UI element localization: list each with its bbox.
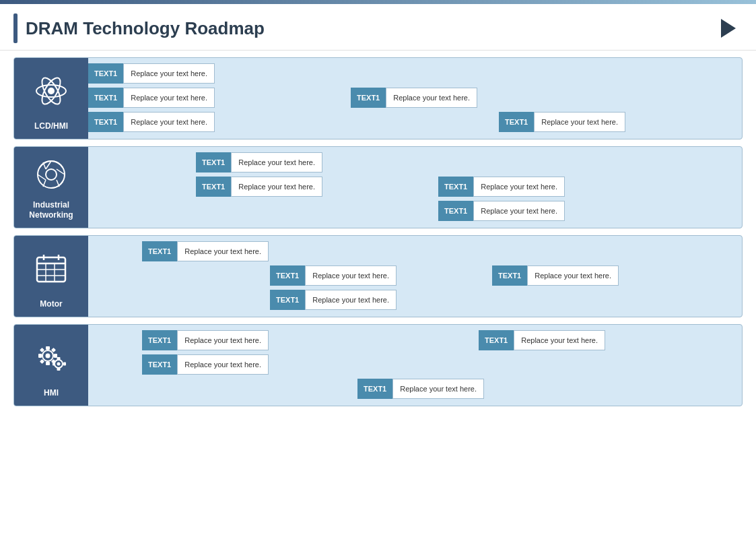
aperture-icon-area [34,154,69,196]
lcd-text-4[interactable]: Replace your text here. [386,88,477,108]
ind-item-1: TEXT1 Replace your text here. [196,152,322,172]
header: DRAM Technology Roadmap [0,4,756,51]
lcd-item-3: TEXT1 Replace your text here. [88,112,215,132]
row-lcd-hmi: LCD/HMI TEXT1 Replace your text here. TE… [13,57,743,139]
mot-tag-3: TEXT1 [270,290,305,310]
lcd-tag-1: TEXT1 [88,63,123,84]
lcd-text-2[interactable]: Replace your text here. [123,88,215,108]
industrial-content: TEXT1 Replace your text here. TEXT1 Repl… [88,147,742,228]
hmi-item-2: TEXT1 Replace your text here. [142,354,269,375]
hmi-content: TEXT1 Replace your text here. TEXT1 Repl… [88,325,742,406]
ind-text-4[interactable]: Replace your text here. [473,201,565,221]
motor-label: Motor [40,299,62,310]
mot-tag-4: TEXT1 [492,265,527,286]
row-hmi: HMI TEXT1 Replace your text here. TEXT1 … [13,324,743,406]
svg-rect-32 [57,357,61,360]
lcd-text-5[interactable]: Replace your text here. [534,112,625,132]
play-icon[interactable] [721,19,736,38]
hmi-tag-4: TEXT1 [357,379,392,399]
ind-item-2: TEXT1 Replace your text here. [196,177,322,197]
mot-item-1: TEXT1 Replace your text here. [142,241,269,261]
hmi-text-2[interactable]: Replace your text here. [177,354,269,375]
calendar-icon-area [34,243,68,295]
lcd-tag-3: TEXT1 [88,112,123,132]
page: DRAM Technology Roadmap LCD/HMI [0,0,756,535]
svg-rect-25 [54,354,57,358]
lcd-hmi-content: TEXT1 Replace your text here. TEXT1 Repl… [88,58,742,139]
mot-tag-2: TEXT1 [270,265,305,286]
row-label-industrial: IndustrialNetworking [14,147,88,228]
lcd-item-5: TEXT1 Replace your text here. [499,112,625,132]
hmi-item-1: TEXT1 Replace your text here. [142,330,269,350]
ind-tag-1: TEXT1 [196,152,231,172]
svg-rect-35 [63,363,66,366]
mot-item-4: TEXT1 Replace your text here. [492,265,619,286]
lcd-item-4: TEXT1 Replace your text here. [351,88,477,108]
row-label-lcd-hmi: LCD/HMI [14,58,88,139]
mot-text-1[interactable]: Replace your text here. [177,241,269,261]
row-label-motor: Motor [14,236,88,317]
hmi-label: HMI [44,388,59,399]
calendar-icon [34,252,68,286]
aperture-icon [34,157,69,192]
lcd-item-1: TEXT1 Replace your text here. [88,63,215,84]
lcd-text-1[interactable]: Replace your text here. [123,63,215,84]
svg-point-0 [48,88,55,94]
lcd-hmi-label: LCD/HMI [34,121,68,132]
hmi-text-4[interactable]: Replace your text here. [392,379,484,399]
header-accent-bar [13,13,18,43]
svg-rect-33 [57,368,61,371]
main-content: LCD/HMI TEXT1 Replace your text here. TE… [0,51,756,413]
svg-rect-34 [53,363,55,366]
gears-icon [33,341,69,375]
svg-rect-23 [46,362,50,365]
lcd-item-2: TEXT1 Replace your text here. [88,88,215,108]
industrial-label: IndustrialNetworking [29,200,73,221]
hmi-tag-2: TEXT1 [142,354,177,375]
ind-item-4: TEXT1 Replace your text here. [438,201,565,221]
hmi-text-3[interactable]: Replace your text here. [514,330,605,350]
row-label-hmi: HMI [14,325,88,406]
svg-point-5 [46,169,57,180]
svg-rect-22 [46,346,50,350]
hmi-item-4: TEXT1 Replace your text here. [357,379,484,399]
svg-rect-24 [38,354,42,358]
page-title: DRAM Technology Roadmap [26,18,713,39]
ind-item-3: TEXT1 Replace your text here. [438,177,565,197]
hmi-tag-3: TEXT1 [479,330,514,350]
mot-text-3[interactable]: Replace your text here. [305,290,397,310]
hmi-tag-1: TEXT1 [142,330,177,350]
ind-text-2[interactable]: Replace your text here. [231,177,322,197]
gears-icon-area [33,332,69,384]
motor-content: TEXT1 Replace your text here. TEXT1 Repl… [88,236,742,317]
ind-tag-4: TEXT1 [438,201,473,221]
ind-tag-3: TEXT1 [438,177,473,197]
mot-item-3: TEXT1 Replace your text here. [270,290,397,310]
mot-item-2: TEXT1 Replace your text here. [270,265,397,286]
hmi-item-3: TEXT1 Replace your text here. [479,330,605,350]
lcd-tag-2: TEXT1 [88,88,123,108]
svg-point-21 [46,354,50,358]
lcd-tag-5: TEXT1 [499,112,534,132]
ind-tag-2: TEXT1 [196,177,231,197]
ind-text-1[interactable]: Replace your text here. [231,152,322,172]
svg-point-31 [57,363,61,366]
hmi-text-1[interactable]: Replace your text here. [177,330,269,350]
row-motor: Motor TEXT1 Replace your text here. TEXT… [13,235,743,317]
atom-icon-area [34,65,69,117]
mot-text-2[interactable]: Replace your text here. [305,265,397,286]
lcd-tag-4: TEXT1 [351,88,386,108]
mot-text-4[interactable]: Replace your text here. [527,265,619,286]
lcd-text-3[interactable]: Replace your text here. [123,112,215,132]
atom-icon [34,73,69,108]
row-industrial: IndustrialNetworking TEXT1 Replace your … [13,146,743,228]
ind-text-3[interactable]: Replace your text here. [473,177,565,197]
mot-tag-1: TEXT1 [142,241,177,261]
